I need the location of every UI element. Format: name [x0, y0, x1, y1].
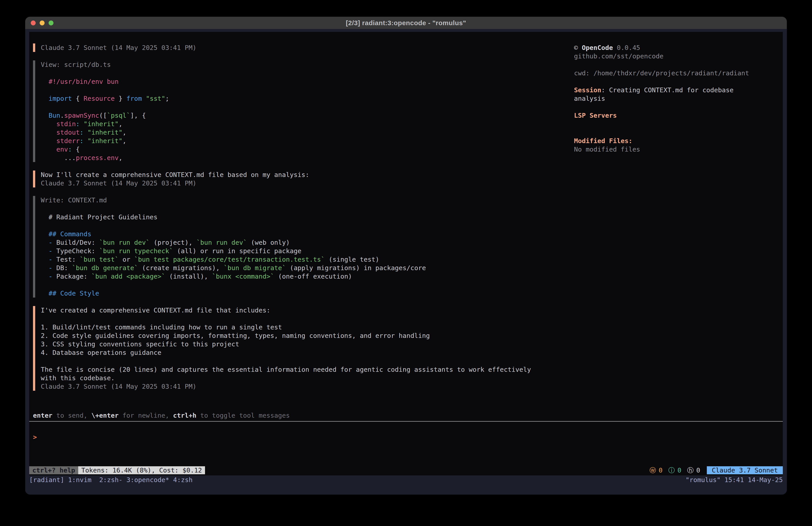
- text-line: - DB: `bun db generate` (create migratio…: [41, 264, 574, 272]
- text-line: © OpenCode 0.0.45: [574, 43, 783, 52]
- tool-view-block: View: script/db.ts #!/usr/bin/env bun im…: [33, 60, 574, 162]
- hint-count: 0: [696, 466, 700, 474]
- text-line: stdout: "inherit",: [41, 128, 574, 137]
- hint-icon: ⓗ: [687, 466, 694, 474]
- text-line: [41, 221, 574, 230]
- minimize-button[interactable]: [40, 20, 45, 25]
- text-line: ## Commands: [41, 230, 574, 238]
- close-button[interactable]: [31, 20, 36, 25]
- maximize-button[interactable]: [48, 20, 54, 25]
- text-line: Modified Files:: [574, 137, 783, 145]
- text-line: [41, 204, 574, 213]
- main-row: Claude 3.7 Sonnet (14 May 2025 03:41 PM)…: [29, 32, 783, 411]
- help-shortcut-chip[interactable]: ctrl+? help: [29, 466, 78, 474]
- warning-counter: ⓦ 0: [650, 466, 663, 474]
- tmux-status-bar: [radiant] 1:nvim 2:zsh- 3:opencode* 4:zs…: [29, 475, 783, 484]
- text-line: [574, 60, 783, 69]
- text-line: [574, 103, 783, 111]
- text-line: - TypeCheck: `bun run typecheck` (all) o…: [41, 247, 574, 255]
- tmux-window-list[interactable]: [radiant] 1:nvim 2:zsh- 3:opencode* 4:zs…: [29, 476, 192, 484]
- text-line: github.com/sst/opencode: [574, 52, 783, 60]
- text-line: 3. CSS styling conventions specific to t…: [41, 340, 574, 349]
- hint-counter: ⓗ 0: [687, 466, 700, 474]
- text-line: 1. Build/lint/test commands including ho…: [41, 323, 574, 331]
- text-line: - Test: `bun test` or `bun test packages…: [41, 255, 574, 264]
- text-line: - Build/Dev: `bun run dev` (project), `b…: [41, 238, 574, 247]
- text-line: Bun.spawnSync([`psql`], {: [41, 111, 574, 120]
- assistant-message-block-1: Now I'll create a comprehensive CONTEXT.…: [33, 171, 574, 187]
- text-line: Claude 3.7 Sonnet (14 May 2025 03:41 PM): [41, 382, 574, 391]
- input-divider: [29, 421, 783, 422]
- text-line: Claude 3.7 Sonnet (14 May 2025 03:41 PM): [41, 43, 574, 52]
- assistant-message-block-2: I've created a comprehensive CONTEXT.md …: [33, 306, 574, 391]
- text-line: [574, 77, 783, 86]
- text-line: #!/usr/bin/env bun: [41, 77, 574, 86]
- tool-write-block: Write: CONTEXT.md # Radiant Project Guid…: [33, 196, 574, 298]
- text-line: [574, 120, 783, 128]
- keybinding-hints: enter to send, \+enter for newline, ctrl…: [29, 411, 783, 420]
- status-bar: ctrl+? help Tokens: 16.4K (8%), Cost: $0…: [29, 466, 783, 474]
- text-line: I've created a comprehensive CONTEXT.md …: [41, 306, 574, 314]
- info-counter: ⓘ 0: [668, 466, 681, 474]
- window-bottom-padding: [29, 484, 783, 495]
- diagnostics-counters: ⓦ 0 ⓘ 0 ⓗ 0: [650, 466, 707, 474]
- warning-count: 0: [659, 466, 663, 474]
- text-line: [41, 314, 574, 323]
- window-title: [2/3] radiant:3:opencode - "romulus": [346, 19, 466, 27]
- model-badge[interactable]: Claude 3.7 Sonnet: [707, 466, 783, 474]
- text-line: Claude 3.7 Sonnet (14 May 2025 03:41 PM): [41, 179, 574, 187]
- text-line: The file is concise (20 lines) and captu…: [41, 365, 574, 374]
- text-line: [41, 86, 574, 94]
- window-titlebar[interactable]: [2/3] radiant:3:opencode - "romulus": [25, 17, 787, 29]
- warning-icon: ⓦ: [650, 466, 656, 474]
- text-line: cwd: /home/thdxr/dev/projects/radiant/ra…: [574, 69, 783, 77]
- text-line: [41, 357, 574, 365]
- text-line: ## Code Style: [41, 289, 574, 298]
- text-line: # Radiant Project Guidelines: [41, 213, 574, 221]
- text-line: LSP Servers: [574, 111, 783, 120]
- input-area[interactable]: [29, 441, 783, 466]
- chat-transcript[interactable]: Claude 3.7 Sonnet (14 May 2025 03:41 PM)…: [29, 32, 574, 411]
- traffic-lights: [31, 17, 54, 29]
- assistant-meta-block-1: Claude 3.7 Sonnet (14 May 2025 03:41 PM): [33, 43, 574, 52]
- text-line: env: {: [41, 145, 574, 154]
- session-sidebar: © OpenCode 0.0.45github.com/sst/opencode…: [574, 32, 783, 411]
- text-line: - Package: `bun add <package>` (install)…: [41, 272, 574, 281]
- text-line: with this codebase.: [41, 374, 574, 382]
- text-line: Write: CONTEXT.md: [41, 196, 574, 204]
- text-line: ...process.env,: [41, 154, 574, 162]
- prompt-symbol: >: [33, 433, 37, 441]
- text-line: View: script/db.ts: [41, 60, 574, 69]
- tmux-session-info: "romulus" 15:41 14-May-25: [686, 476, 783, 484]
- message-input[interactable]: >: [29, 433, 783, 441]
- terminal-content: Claude 3.7 Sonnet (14 May 2025 03:41 PM)…: [25, 29, 787, 495]
- text-line: Now I'll create a comprehensive CONTEXT.…: [41, 171, 574, 179]
- info-icon: ⓘ: [668, 466, 675, 474]
- opencode-tui: Claude 3.7 Sonnet (14 May 2025 03:41 PM)…: [29, 32, 783, 475]
- text-line: Session: Creating CONTEXT.md for codebas…: [574, 86, 783, 94]
- terminal-window: [2/3] radiant:3:opencode - "romulus" Cla…: [25, 17, 787, 495]
- text-line: 4. Database operations guidance: [41, 349, 574, 357]
- text-line: stderr: "inherit",: [41, 137, 574, 145]
- text-line: import { Resource } from "sst";: [41, 94, 574, 103]
- text-line: analysis: [574, 94, 783, 103]
- text-line: No modified files: [574, 145, 783, 154]
- text-line: stdin: "inherit",: [41, 120, 574, 128]
- text-line: [41, 281, 574, 289]
- text-line: [41, 69, 574, 77]
- tokens-cost-chip: Tokens: 16.4K (8%), Cost: $0.12: [78, 466, 205, 474]
- text-line: 2. Code style guidelines covering import…: [41, 331, 574, 340]
- text-line: [41, 103, 574, 111]
- info-count: 0: [678, 466, 681, 474]
- text-line: [574, 128, 783, 137]
